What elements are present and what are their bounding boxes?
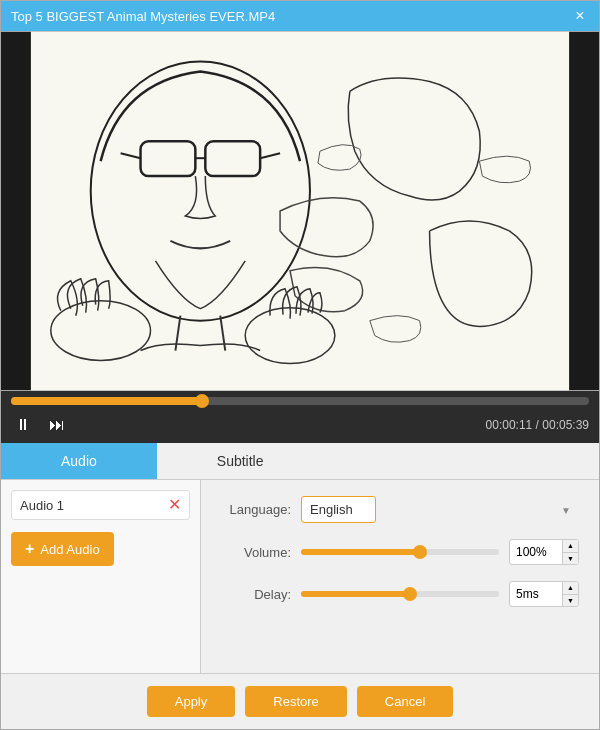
plus-icon: + bbox=[25, 540, 34, 558]
tab-audio[interactable]: Audio bbox=[1, 443, 157, 479]
main-window: Top 5 BIGGEST Animal Mysteries EVER.MP4 … bbox=[0, 0, 600, 730]
volume-row: Volume: ▲ ▼ bbox=[221, 539, 579, 565]
progress-bar[interactable] bbox=[11, 397, 589, 405]
cancel-button[interactable]: Cancel bbox=[357, 686, 453, 717]
video-player bbox=[1, 31, 599, 391]
delay-slider-track[interactable] bbox=[301, 591, 499, 597]
time-separator: / bbox=[532, 418, 542, 432]
language-select[interactable]: English French Spanish German Italian Ja… bbox=[301, 496, 376, 523]
delay-label: Delay: bbox=[221, 587, 291, 602]
restore-button[interactable]: Restore bbox=[245, 686, 347, 717]
volume-spin-up[interactable]: ▲ bbox=[562, 540, 578, 553]
footer: Apply Restore Cancel bbox=[1, 673, 599, 729]
delay-spinner-buttons: ▲ ▼ bbox=[562, 582, 578, 606]
svg-rect-1 bbox=[31, 32, 569, 391]
volume-spinner-buttons: ▲ ▼ bbox=[562, 540, 578, 564]
tab-subtitle[interactable]: Subtitle bbox=[157, 443, 324, 479]
delay-slider-fill bbox=[301, 591, 410, 597]
language-label: Language: bbox=[221, 502, 291, 517]
progress-fill bbox=[11, 397, 202, 405]
controls-bar: ⏸ ⏭ 00:00:11 / 00:05:39 bbox=[1, 391, 599, 443]
audio-delete-button[interactable]: ✕ bbox=[168, 497, 181, 513]
audio-item-name: Audio 1 bbox=[20, 498, 64, 513]
content-area: Audio 1 ✕ + Add Audio Language: English … bbox=[1, 480, 599, 673]
language-row: Language: English French Spanish German … bbox=[221, 496, 579, 523]
delay-row: Delay: ▲ ▼ bbox=[221, 581, 579, 607]
audio-settings-panel: Language: English French Spanish German … bbox=[201, 480, 599, 673]
volume-slider-thumb bbox=[413, 545, 427, 559]
volume-slider-container bbox=[301, 549, 499, 555]
volume-spin-down[interactable]: ▼ bbox=[562, 553, 578, 565]
volume-slider-track[interactable] bbox=[301, 549, 499, 555]
progress-thumb bbox=[195, 394, 209, 408]
delay-slider-container bbox=[301, 591, 499, 597]
delay-spin-up[interactable]: ▲ bbox=[562, 582, 578, 595]
title-bar: Top 5 BIGGEST Animal Mysteries EVER.MP4 … bbox=[1, 1, 599, 31]
window-title: Top 5 BIGGEST Animal Mysteries EVER.MP4 bbox=[11, 9, 275, 24]
playback-controls: ⏸ ⏭ bbox=[11, 413, 69, 437]
time-display: 00:00:11 / 00:05:39 bbox=[486, 418, 589, 432]
current-time: 00:00:11 bbox=[486, 418, 533, 432]
apply-button[interactable]: Apply bbox=[147, 686, 236, 717]
delay-slider-thumb bbox=[403, 587, 417, 601]
delay-input-wrapper: ▲ ▼ bbox=[509, 581, 579, 607]
close-button[interactable]: × bbox=[571, 7, 589, 25]
forward-button[interactable]: ⏭ bbox=[45, 413, 69, 437]
play-pause-button[interactable]: ⏸ bbox=[11, 413, 35, 437]
total-time: 00:05:39 bbox=[542, 418, 589, 432]
video-frame bbox=[1, 31, 599, 391]
add-audio-label: Add Audio bbox=[40, 542, 99, 557]
controls-bottom: ⏸ ⏭ 00:00:11 / 00:05:39 bbox=[11, 413, 589, 437]
volume-label: Volume: bbox=[221, 545, 291, 560]
add-audio-button[interactable]: + Add Audio bbox=[11, 532, 114, 566]
volume-input-wrapper: ▲ ▼ bbox=[509, 539, 579, 565]
language-select-wrapper: English French Spanish German Italian Ja… bbox=[301, 496, 579, 523]
audio-item: Audio 1 ✕ bbox=[11, 490, 190, 520]
volume-slider-fill bbox=[301, 549, 420, 555]
tabs-bar: Audio Subtitle bbox=[1, 443, 599, 480]
delay-spin-down[interactable]: ▼ bbox=[562, 595, 578, 607]
audio-list-panel: Audio 1 ✕ + Add Audio bbox=[1, 480, 201, 673]
